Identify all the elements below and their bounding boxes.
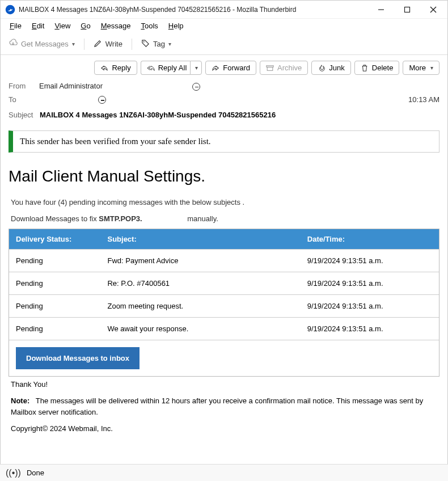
body-title: Mail Client Manual Settings. — [9, 163, 439, 196]
archive-icon — [266, 64, 274, 72]
close-button[interactable] — [420, 1, 446, 19]
forward-label: Forward — [223, 64, 250, 72]
separator — [132, 39, 132, 50]
trash-icon — [361, 64, 369, 72]
menu-tools[interactable]: Tools — [136, 20, 162, 31]
reply-all-dropdown[interactable]: ▾ — [190, 61, 202, 75]
flame-icon — [318, 64, 326, 72]
subject-row: Subject MAILBOX 4 Messages 1NZ6AI-308yhM… — [9, 106, 439, 128]
pending-intro: You have four (4) pending incoming messa… — [9, 196, 439, 212]
subject-value: MAILBOX 4 Messages 1NZ6AI-308yhM-Suspend… — [40, 111, 276, 119]
tag-icon — [141, 39, 150, 49]
menu-message[interactable]: Message — [96, 20, 136, 31]
reply-button[interactable]: Reply — [94, 61, 137, 75]
svg-rect-2 — [405, 7, 410, 12]
table-row: Pending Re: P.O. #7400561 9/19/2024 9:13… — [9, 272, 439, 294]
more-label: More — [409, 64, 426, 72]
connection-icon[interactable]: ((•)) — [6, 468, 21, 478]
contact-indicator-icon — [98, 96, 106, 104]
chevron-down-icon: ▾ — [195, 65, 198, 71]
col-status: Delivery Status: — [16, 235, 107, 243]
archive-button[interactable]: Archive — [260, 61, 308, 75]
delete-button[interactable]: Delete — [354, 61, 400, 75]
maximize-button[interactable] — [394, 1, 420, 19]
minimize-button[interactable] — [368, 1, 394, 19]
safe-sender-banner: This sender has been verified from your … — [9, 130, 439, 153]
download-instruction: Download Messages to fix SMTP.POP3. manu… — [9, 212, 439, 229]
copyright: Copyright© 2024 Webmail, Inc. — [9, 424, 439, 437]
get-messages-button[interactable]: Get Messages ▾ — [6, 37, 77, 50]
tag-button[interactable]: Tag ▾ — [139, 38, 174, 50]
pending-messages-table: Delivery Status: Subject: Date/Time: Pen… — [9, 229, 439, 377]
redacted-recipient — [39, 95, 92, 104]
reply-label: Reply — [112, 64, 130, 72]
junk-button[interactable]: Junk — [311, 61, 350, 75]
from-row: From Email Administrator — [9, 79, 439, 93]
reply-all-icon — [147, 64, 155, 72]
redacted-server — [144, 214, 185, 223]
svg-rect-7 — [267, 67, 273, 70]
chevron-down-icon: ▾ — [430, 65, 433, 71]
main-toolbar: Get Messages ▾ Write Tag ▾ — [1, 33, 447, 55]
banner-text: This sender has been verified from your … — [20, 137, 211, 146]
table-row: Pending Zoom meeting request. 9/19/2024 … — [9, 294, 439, 317]
archive-label: Archive — [277, 64, 302, 72]
forward-button[interactable]: Forward — [205, 61, 256, 75]
window-title: MAILBOX 4 Messages 1NZ6AI-308yhM-Suspend… — [19, 6, 368, 14]
table-row: Pending We await your response. 9/19/202… — [9, 317, 439, 340]
message-actions: Reply Reply All ▾ Forward Archive Junk D… — [9, 58, 439, 79]
reply-icon — [100, 64, 108, 72]
get-messages-label: Get Messages — [21, 40, 69, 48]
junk-label: Junk — [329, 64, 344, 72]
col-subject: Subject: — [107, 235, 307, 243]
more-button[interactable]: More ▾ — [403, 61, 439, 75]
reply-all-label: Reply All — [158, 64, 187, 72]
table-row: Pending Fwd: Payment Advice 9/19/2024 9:… — [9, 249, 439, 272]
to-label: To — [9, 95, 39, 104]
write-button[interactable]: Write — [91, 38, 125, 50]
from-label: From — [9, 82, 39, 90]
title-bar: MAILBOX 4 Messages 1NZ6AI-308yhM-Suspend… — [1, 1, 447, 19]
subject-label: Subject — [9, 111, 33, 119]
chevron-down-icon: ▾ — [72, 41, 75, 47]
menu-view[interactable]: View — [50, 20, 75, 31]
note-text: Note: The messages will be delivered wit… — [9, 395, 439, 424]
table-header: Delivery Status: Subject: Date/Time: — [9, 229, 439, 249]
tag-label: Tag — [153, 40, 165, 48]
write-label: Write — [105, 40, 122, 48]
download-cloud-icon — [9, 39, 18, 49]
to-value — [39, 95, 408, 104]
delete-label: Delete — [372, 64, 394, 72]
svg-point-5 — [143, 41, 145, 42]
menu-help[interactable]: Help — [164, 20, 188, 31]
pencil-icon — [94, 39, 102, 49]
from-value: Email Administrator — [39, 82, 439, 91]
menu-bar: File Edit View Go Message Tools Help — [1, 19, 447, 33]
received-time: 10:13 AM — [408, 95, 439, 104]
menu-edit[interactable]: Edit — [27, 20, 49, 31]
reply-all-button[interactable]: Reply All — [141, 61, 191, 75]
status-bar: ((•)) Done — [0, 464, 448, 481]
thank-you: Thank You! — [9, 377, 439, 395]
chevron-down-icon: ▾ — [168, 41, 171, 47]
redacted-sender — [105, 82, 187, 90]
separator — [84, 39, 84, 50]
forward-icon — [212, 64, 219, 72]
thunderbird-icon — [5, 5, 15, 15]
menu-go[interactable]: Go — [76, 20, 95, 31]
col-date: Date/Time: — [307, 235, 432, 243]
contact-indicator-icon — [192, 83, 200, 91]
status-text: Done — [27, 469, 44, 477]
to-row: To 10:13 AM — [9, 93, 439, 107]
download-messages-button[interactable]: Download Messages to inbox — [16, 347, 140, 369]
menu-file[interactable]: File — [5, 20, 26, 31]
